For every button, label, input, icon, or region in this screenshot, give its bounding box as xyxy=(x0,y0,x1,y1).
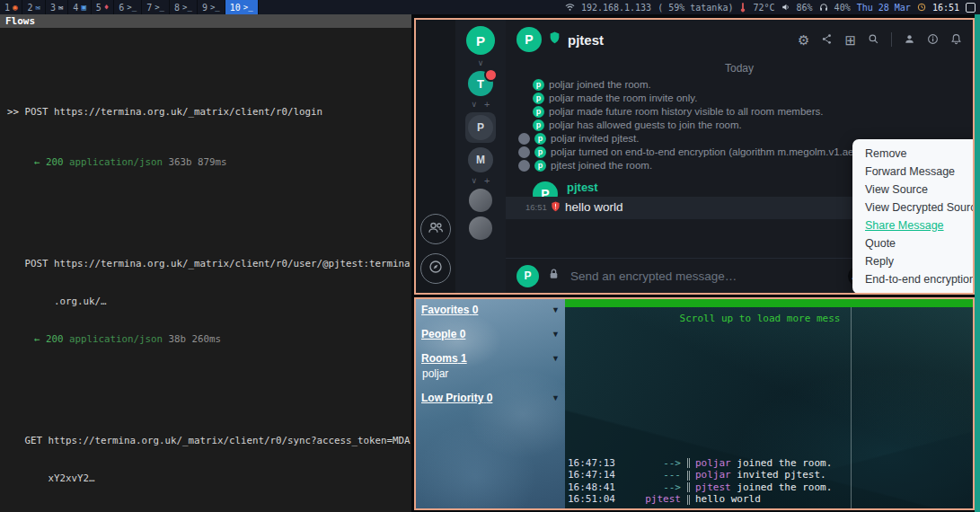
event-text: poljar invited pjtest. xyxy=(551,133,639,146)
flow-focus-marker xyxy=(7,258,25,269)
composer-avatar: P xyxy=(516,265,539,287)
room-list-section: Rooms 1 ▼ poljar xyxy=(421,352,560,380)
thermometer-icon xyxy=(739,3,746,13)
workspace-button[interactable]: 10 >_ xyxy=(225,0,259,14)
flow-method: POST xyxy=(25,258,55,269)
section-label: People xyxy=(421,328,456,340)
context-menu-item[interactable]: Quote xyxy=(852,234,975,252)
message-timestamp: 16:51 xyxy=(525,202,551,212)
collapse-arrow-icon[interactable]: ▼ xyxy=(552,354,560,363)
event-mini-avatar: p xyxy=(534,146,546,158)
event-mini-avatar: p xyxy=(533,106,544,118)
workspace-button[interactable]: 9 >_ xyxy=(198,0,225,14)
tray-icon[interactable] xyxy=(966,3,976,13)
people-button[interactable] xyxy=(420,214,451,244)
room-avatar-pjtest[interactable]: P xyxy=(468,115,493,140)
timeline-separator xyxy=(687,495,690,505)
room-title: pjtest xyxy=(568,32,604,48)
timeline-message-text: invited pjtest. xyxy=(731,469,826,481)
notification-badge xyxy=(484,68,498,82)
context-menu-item[interactable]: Reply xyxy=(852,252,975,270)
context-menu-item[interactable]: Remove xyxy=(852,145,975,163)
space-avatar[interactable]: T xyxy=(468,71,493,96)
context-menu-item[interactable]: View Decrypted Source xyxy=(852,199,975,216)
event-text: pjtest joined the room. xyxy=(551,160,652,172)
timeline-row: 16:51:04 pjtest hello world xyxy=(568,493,847,506)
room-list-item[interactable]: poljar xyxy=(422,367,560,380)
room-avatar-m[interactable]: M xyxy=(468,147,493,172)
event-mini-avatar: p xyxy=(533,79,544,91)
space-initial: T xyxy=(477,77,484,91)
date-separator: Today xyxy=(516,62,962,75)
flow-method: GET xyxy=(25,435,49,446)
room-info-icon[interactable] xyxy=(927,33,939,47)
add-room-icon[interactable]: + xyxy=(484,101,490,108)
chevron-down-icon[interactable]: ∨ xyxy=(471,101,477,108)
event-mini-avatar: p xyxy=(534,160,546,172)
workspace-icon: >_ xyxy=(155,3,164,12)
clock-icon xyxy=(917,3,926,12)
room-avatar[interactable]: P xyxy=(516,27,542,52)
chevron-down-icon[interactable]: ∨ xyxy=(471,177,477,184)
context-menu-item[interactable]: Forward Message xyxy=(852,163,975,181)
timeline-row: 16:48:41 --> pjtest joined the room. xyxy=(568,481,847,494)
context-menu-item[interactable]: Share Message xyxy=(852,216,975,234)
context-menu-item[interactable]: View Source xyxy=(852,181,975,199)
room-list-section: People 0 ▼ xyxy=(421,328,560,340)
collapse-arrow-icon[interactable]: ▼ xyxy=(552,393,560,402)
room-avatar-image[interactable] xyxy=(469,189,492,212)
flow-row[interactable]: GET https://termina.org.uk/_matrix/clien… xyxy=(7,410,411,512)
workspace-button[interactable]: 4 ▣ xyxy=(68,0,91,14)
section-header[interactable]: Rooms 1 ▼ xyxy=(421,352,560,365)
workspace-number: 10 xyxy=(230,3,241,13)
section-header[interactable]: Favorites 0 ▼ xyxy=(421,304,560,316)
chevron-down-icon[interactable]: ∨ xyxy=(478,59,484,66)
section-header[interactable]: Low Priority 0 ▼ xyxy=(421,392,560,404)
workspace-button[interactable]: 7 >_ xyxy=(142,0,170,14)
flow-row[interactable]: >> POST https://termina.org.uk/_matrix/c… xyxy=(7,80,411,194)
workspace-button[interactable]: 6 >_ xyxy=(114,0,142,14)
flow-focus-marker xyxy=(7,435,25,446)
section-count: 1 xyxy=(461,352,467,365)
explore-button[interactable] xyxy=(420,253,451,284)
settings-gear-icon[interactable]: ⚙ xyxy=(798,33,809,47)
flow-focus-marker: >> xyxy=(7,106,25,118)
header-divider xyxy=(891,32,892,47)
workspace-button[interactable]: 5 ♦ xyxy=(92,0,114,14)
collapse-arrow-icon[interactable]: ▼ xyxy=(552,330,560,339)
message-input[interactable] xyxy=(569,269,839,284)
workspace-button[interactable]: 8 >_ xyxy=(170,0,198,14)
flow-url: https://termina.org.uk/_matrix/client/r0… xyxy=(54,258,411,269)
add-room-icon[interactable]: + xyxy=(484,177,490,184)
timeline-message-text: hello world xyxy=(695,493,761,506)
workspace-number: 2 xyxy=(27,3,32,13)
members-icon[interactable] xyxy=(904,33,915,47)
workspace-button[interactable]: 2 ✉ xyxy=(22,0,45,14)
room-avatar-image[interactable] xyxy=(469,216,492,240)
room-list-panel: Favorites 0 ▼ People 0 ▼ Rooms 1 ▼ polja… xyxy=(416,299,565,508)
workspace-number: 4 xyxy=(73,3,78,13)
wifi-detail: ( 59% tatanka) xyxy=(658,3,733,13)
section-header[interactable]: People 0 ▼ xyxy=(421,328,560,340)
workspace-button[interactable]: 1 ◉ xyxy=(0,0,22,14)
user-menu-avatar[interactable]: P xyxy=(466,26,495,55)
room-list-section: Low Priority 0 ▼ xyxy=(421,392,560,404)
timeline-sender: --> xyxy=(636,481,681,494)
collapse-arrow-icon[interactable]: ▼ xyxy=(552,305,560,314)
widgets-grid-icon[interactable]: ⊞ xyxy=(844,33,856,47)
event-text: poljar made the room invite only. xyxy=(549,93,697,105)
workspace-button[interactable]: 3 ✉ xyxy=(46,0,68,14)
flow-url: https://termina.org.uk/_matrix/client/r0… xyxy=(54,106,322,118)
share-icon[interactable] xyxy=(821,33,833,47)
search-icon[interactable] xyxy=(868,33,879,47)
volume-level: 86% xyxy=(797,3,813,13)
workspace-icon: ◉ xyxy=(13,3,17,12)
date-label: Thu 28 Mar xyxy=(857,3,911,13)
chat-timeline: 16:47:13 --> poljar joined the room. 16:… xyxy=(568,457,847,506)
flow-row[interactable]: POST https://termina.org.uk/_matrix/clie… xyxy=(7,233,411,372)
timeline-row: 16:47:14 --- poljar invited pjtest. xyxy=(568,469,847,481)
context-menu-item[interactable]: End-to-end encryption xyxy=(852,270,975,288)
notifications-bell-icon[interactable] xyxy=(950,33,962,47)
quaternion-window: Favorites 0 ▼ People 0 ▼ Rooms 1 ▼ polja… xyxy=(414,297,975,510)
room-event: p poljar has allowed guests to join the … xyxy=(533,119,962,132)
